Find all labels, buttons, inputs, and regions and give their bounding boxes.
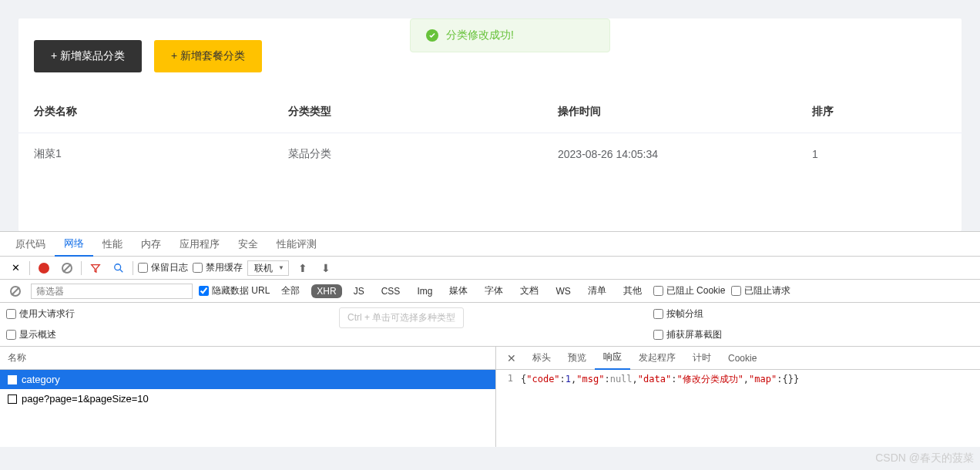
blocked-requests-checkbox[interactable]: 已阻止请求 xyxy=(731,284,790,297)
response-tabs: ✕ 标头 预览 响应 发起程序 计时 Cookie xyxy=(496,347,980,370)
svg-point-0 xyxy=(115,264,121,270)
divider xyxy=(133,261,133,275)
close-response-icon[interactable]: ✕ xyxy=(499,352,524,364)
throttle-select[interactable]: 联机 xyxy=(247,260,289,276)
line-number: 1 xyxy=(502,373,513,386)
tab-memory[interactable]: 内存 xyxy=(132,232,170,257)
cell-time: 2023-08-26 14:05:34 xyxy=(542,133,797,176)
table-row: 湘菜1 菜品分类 2023-08-26 14:05:34 1 xyxy=(18,133,962,176)
col-type: 分类类型 xyxy=(273,91,542,133)
request-name: page?page=1&pageSize=10 xyxy=(22,393,149,405)
filter-ws[interactable]: WS xyxy=(550,284,576,298)
watermark: CSDN @春天的菠菜 xyxy=(875,452,974,465)
add-combo-category-button[interactable]: + 新增套餐分类 xyxy=(154,40,262,72)
col-time: 操作时间 xyxy=(542,91,797,133)
response-body[interactable]: 1 {"code":1,"msg":null,"data":"修改分类成功","… xyxy=(496,370,980,389)
show-overview-checkbox[interactable]: 显示概述 xyxy=(6,328,453,341)
disable-cache-checkbox[interactable]: 禁用缓存 xyxy=(193,261,243,274)
tab-headers[interactable]: 标头 xyxy=(524,347,559,370)
request-item[interactable]: page?page=1&pageSize=10 xyxy=(0,389,495,408)
request-list: 名称 category page?page=1&pageSize=10 xyxy=(0,347,496,447)
tab-preview[interactable]: 预览 xyxy=(559,347,595,370)
devtools-panel: 原代码 网络 性能 内存 应用程序 安全 性能评测 ✕ 保留日志 禁用缓存 联机… xyxy=(0,231,980,447)
filter-font[interactable]: 字体 xyxy=(479,283,508,299)
request-list-header[interactable]: 名称 xyxy=(0,347,495,370)
filter-img[interactable]: Img xyxy=(411,284,438,298)
tab-network[interactable]: 网络 xyxy=(55,232,93,257)
filter-js[interactable]: JS xyxy=(348,284,370,298)
filter-manifest[interactable]: 清单 xyxy=(582,283,612,299)
tab-performance[interactable]: 性能 xyxy=(93,232,132,257)
request-item[interactable]: category xyxy=(0,370,495,389)
response-panel: ✕ 标头 预览 响应 发起程序 计时 Cookie 1 {"code":1,"m… xyxy=(496,347,980,447)
hint-box: Ctrl + 单击可选择多种类型 xyxy=(339,307,464,328)
col-name: 分类名称 xyxy=(18,91,273,133)
filter-icon[interactable] xyxy=(86,259,105,277)
filter-media[interactable]: 媒体 xyxy=(444,283,473,299)
add-dish-category-button[interactable]: + 新增菜品分类 xyxy=(34,40,142,72)
response-json: {"code":1,"msg":null,"data":"修改分类成功","ma… xyxy=(521,373,799,386)
network-content: 名称 category page?page=1&pageSize=10 ✕ 标头… xyxy=(0,347,980,447)
filter-xhr[interactable]: XHR xyxy=(311,284,341,298)
capture-screenshots-checkbox[interactable]: 捕获屏幕截图 xyxy=(653,328,722,341)
filter-css[interactable]: CSS xyxy=(376,284,406,298)
divider xyxy=(29,261,30,275)
tab-lighthouse[interactable]: 性能评测 xyxy=(267,232,326,257)
divider xyxy=(81,261,82,275)
hide-data-urls-checkbox[interactable]: 隐藏数据 URL xyxy=(199,284,270,297)
request-icon xyxy=(8,375,17,384)
tab-security[interactable]: 安全 xyxy=(229,232,267,257)
cell-name: 湘菜1 xyxy=(18,133,273,176)
block-icon[interactable] xyxy=(6,282,25,300)
filter-all[interactable]: 全部 xyxy=(276,283,305,299)
col-sort: 排序 xyxy=(797,91,962,133)
app-card: 分类修改成功! + 新增菜品分类 + 新增套餐分类 分类名称 分类类型 操作时间… xyxy=(18,18,962,231)
search-icon[interactable] xyxy=(109,259,128,277)
group-by-frame-checkbox[interactable]: 按帧分组 xyxy=(653,307,722,321)
record-button[interactable] xyxy=(35,259,53,277)
tab-application[interactable]: 应用程序 xyxy=(170,232,229,257)
success-icon xyxy=(426,29,438,42)
tab-timing[interactable]: 计时 xyxy=(684,347,720,370)
cell-sort: 1 xyxy=(797,133,962,176)
tab-sources[interactable]: 原代码 xyxy=(6,232,55,257)
blocked-cookies-checkbox[interactable]: 已阻止 Cookie xyxy=(653,284,726,297)
devtools-main-tabs: 原代码 网络 性能 内存 应用程序 安全 性能评测 xyxy=(0,232,980,257)
clear-icon[interactable] xyxy=(58,259,76,277)
tab-cookies[interactable]: Cookie xyxy=(720,347,765,370)
tab-response[interactable]: 响应 xyxy=(595,347,630,370)
filter-other[interactable]: 其他 xyxy=(618,283,647,299)
close-icon[interactable]: ✕ xyxy=(6,259,25,277)
request-name: category xyxy=(22,374,60,385)
network-options: 使用大请求行 显示概述 Ctrl + 单击可选择多种类型 按帧分组 捕获屏幕截图 xyxy=(0,303,980,347)
filter-input[interactable] xyxy=(31,284,193,299)
network-filter-bar: 隐藏数据 URL 全部 XHR JS CSS Img 媒体 字体 文档 WS 清… xyxy=(0,280,980,303)
toast-message: 分类修改成功! xyxy=(446,29,514,42)
cell-type: 菜品分类 xyxy=(273,133,542,176)
preserve-log-checkbox[interactable]: 保留日志 xyxy=(138,261,188,274)
tab-initiator[interactable]: 发起程序 xyxy=(630,347,684,370)
request-icon xyxy=(8,394,17,404)
upload-icon[interactable]: ⬆ xyxy=(294,259,312,277)
download-icon[interactable]: ⬇ xyxy=(317,259,335,277)
filter-doc[interactable]: 文档 xyxy=(515,283,544,299)
success-toast: 分类修改成功! xyxy=(410,18,610,52)
network-toolbar: ✕ 保留日志 禁用缓存 联机 ⬆ ⬇ xyxy=(0,257,980,280)
category-table: 分类名称 分类类型 操作时间 排序 湘菜1 菜品分类 2023-08-26 14… xyxy=(18,91,962,175)
